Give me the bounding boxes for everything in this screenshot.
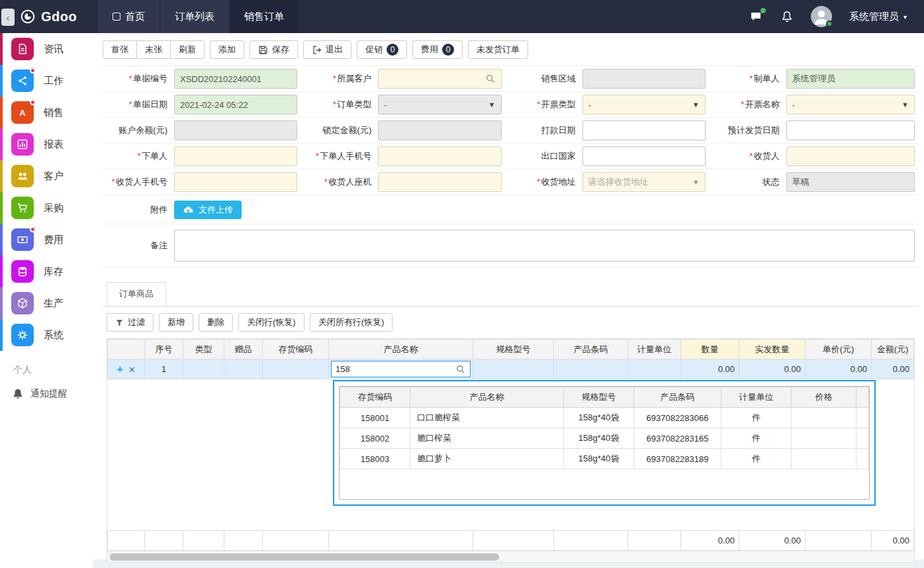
refresh-button[interactable]: 刷新 <box>170 40 205 59</box>
sidebar-collapse-button[interactable]: ‹ <box>1 9 15 26</box>
banknote-icon <box>11 228 34 251</box>
filter-button[interactable]: 过滤 <box>107 313 154 332</box>
product-option-row[interactable]: 158003 脆口萝卜 158g*40袋 6937082283189 件 <box>340 449 869 469</box>
navbar-right: 系统管理员 ▾ <box>749 0 924 33</box>
tab-sales-order[interactable]: 销售订单 <box>230 0 299 33</box>
expect-ship-date-field[interactable] <box>786 120 915 140</box>
scrollbar-thumb[interactable] <box>110 553 499 561</box>
gear-icon <box>11 324 34 346</box>
fee-button[interactable]: 费用 0 <box>412 40 463 59</box>
database-icon <box>11 260 34 283</box>
add-row-icon[interactable]: + <box>116 363 122 375</box>
notification-dot <box>30 68 36 73</box>
close-all-rows-button[interactable]: 关闭所有行(恢复) <box>310 313 393 332</box>
chevron-down-icon: ▼ <box>692 101 700 109</box>
new-row-button[interactable]: 新增 <box>159 313 193 332</box>
cell-gift[interactable] <box>224 359 263 379</box>
first-record-button[interactable]: 首张 <box>103 40 137 59</box>
tab-order-items[interactable]: 订单商品 <box>107 282 166 306</box>
cell-sku[interactable] <box>263 359 329 379</box>
main-area: 首张 末张 刷新 添加 保存 退 <box>93 33 924 568</box>
order-form: *单据编号 XSDD202102240001 *所属客户 <box>103 66 919 267</box>
creator-field[interactable]: 系统管理员 <box>786 69 915 89</box>
grid-empty-area: 存货编码 产品名称 规格型号 产品条码 计量单位 价格 <box>107 379 914 530</box>
notifications-button[interactable] <box>780 10 794 23</box>
product-option-row[interactable]: 158001 口口脆榨菜 158g*40袋 6937082283066 件 <box>340 408 869 428</box>
footer-total-qty: 0.00 <box>681 531 739 551</box>
horizontal-scrollbar[interactable] <box>107 551 914 562</box>
order-type-select[interactable]: -▼ <box>378 95 501 115</box>
online-dot <box>826 21 833 27</box>
cell-spec[interactable] <box>473 359 554 379</box>
invoice-name-select[interactable]: -▼ <box>786 95 915 115</box>
consignee-tel-field[interactable] <box>378 172 501 192</box>
cell-shipped-qty[interactable]: 0.00 <box>739 359 806 379</box>
product-search-box <box>331 361 471 377</box>
orderer-field[interactable] <box>174 146 297 166</box>
search-icon[interactable] <box>455 364 466 375</box>
remark-textarea[interactable] <box>174 230 915 261</box>
chevron-down-icon: ▾ <box>903 13 907 21</box>
invoice-name-label: *开票名称 <box>715 99 786 111</box>
sidebar-item-work[interactable]: 工作 <box>0 65 93 97</box>
cell-unit[interactable] <box>628 359 681 379</box>
close-row-button[interactable]: 关闭行(恢复) <box>238 313 304 332</box>
sidebar-item-label: 系统 <box>44 329 64 342</box>
orderer-phone-field[interactable] <box>378 146 501 166</box>
file-upload-button[interactable]: 文件上传 <box>174 201 242 219</box>
order-type-label: *订单类型 <box>306 99 378 111</box>
cell-unit-price[interactable]: 0.00 <box>806 359 872 379</box>
brand[interactable]: Gdoo <box>0 0 98 33</box>
pay-date-field[interactable] <box>582 120 706 140</box>
column-header-sku: 存货编码 <box>263 340 329 359</box>
doc-no-field[interactable]: XSDD202102240001 <box>174 69 297 89</box>
sidebar-item-system[interactable]: 系统 <box>0 319 93 351</box>
order-item-row: +✕ 1 <box>108 359 914 379</box>
consignee-field[interactable] <box>786 146 915 166</box>
avatar[interactable] <box>811 6 832 27</box>
sidebar-item-label: 工作 <box>44 75 64 87</box>
doc-date-field[interactable]: 2021-02-24 05:22 <box>174 95 297 115</box>
customer-field[interactable] <box>378 69 501 89</box>
product-search-input[interactable] <box>336 364 455 374</box>
cell-barcode[interactable] <box>554 359 628 379</box>
sidebar-item-reports[interactable]: 报表 <box>0 128 93 160</box>
remove-row-icon[interactable]: ✕ <box>128 365 136 375</box>
consignee-phone-field[interactable] <box>174 172 297 192</box>
sidebar-item-inventory[interactable]: 库存 <box>0 256 93 287</box>
export-country-field[interactable] <box>582 146 706 166</box>
messages-button[interactable] <box>749 10 763 23</box>
sidebar-item-news[interactable]: 资讯 <box>0 33 93 65</box>
address-select[interactable]: 请选择收货地址 ▼ <box>582 172 706 192</box>
sidebar-item-production[interactable]: 生产 <box>0 287 93 319</box>
product-option-row[interactable]: 158002 脆口榨菜 158g*40袋 6937082283165 件 <box>340 428 869 449</box>
search-icon[interactable] <box>485 73 496 84</box>
last-record-button[interactable]: 末张 <box>136 40 171 59</box>
actions-column-header <box>108 340 145 359</box>
unshipped-orders-button[interactable]: 未发货订单 <box>468 40 528 59</box>
column-header-product-name: 产品名称 <box>329 340 473 359</box>
tab-order-list[interactable]: 订单列表 <box>160 0 229 33</box>
top-navbar: ‹ Gdoo 首页 订单列表 销售订单 <box>0 0 924 33</box>
delete-row-button[interactable]: 删除 <box>199 313 233 332</box>
save-button[interactable]: 保存 <box>250 40 298 59</box>
exit-button[interactable]: 退出 <box>303 40 351 59</box>
sidebar-item-expenses[interactable]: 费用 <box>0 224 93 256</box>
promotion-button[interactable]: 促销 0 <box>357 40 407 59</box>
tab-home-label: 首页 <box>125 11 145 23</box>
sidebar-item-sales[interactable]: A 销售 <box>0 97 93 128</box>
invoice-type-select[interactable]: -▼ <box>582 95 706 115</box>
tab-home[interactable]: 首页 <box>98 0 160 33</box>
chevron-down-icon: ▼ <box>488 101 496 109</box>
export-country-label: 出口国家 <box>511 150 582 162</box>
add-button[interactable]: 添加 <box>210 40 244 59</box>
sidebar-item-purchasing[interactable]: 采购 <box>0 192 93 224</box>
sales-order-panel: 首张 末张 刷新 添加 保存 退 <box>93 33 924 559</box>
cell-qty[interactable]: 0.00 <box>681 359 739 379</box>
column-header-barcode: 产品条码 <box>554 340 628 359</box>
column-header-unit-price: 单价(元) <box>806 340 872 359</box>
user-menu[interactable]: 系统管理员 ▾ <box>849 11 907 23</box>
sidebar-item-notifications[interactable]: 通知提醒 <box>0 381 93 406</box>
sidebar-item-customers[interactable]: 客户 <box>0 160 93 192</box>
cell-type[interactable] <box>183 359 224 379</box>
